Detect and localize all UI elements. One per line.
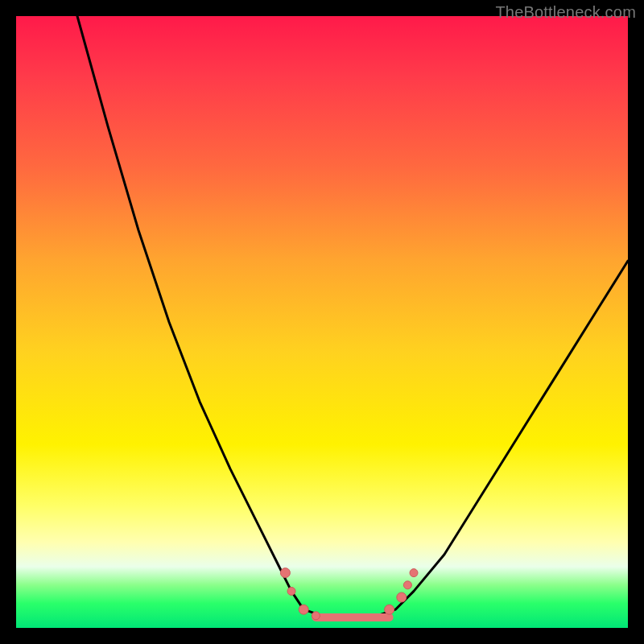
curve-marker	[287, 587, 295, 595]
v-curve	[77, 16, 628, 619]
bottleneck-curve-chart	[16, 16, 628, 628]
curve-marker	[397, 592, 407, 602]
curve-marker	[403, 581, 411, 589]
curve-marker	[299, 605, 308, 614]
curve-marker	[312, 612, 320, 620]
curve-marker	[410, 569, 418, 577]
curve-marker	[280, 568, 290, 578]
curve-markers	[280, 568, 418, 620]
curve-marker	[385, 605, 394, 614]
